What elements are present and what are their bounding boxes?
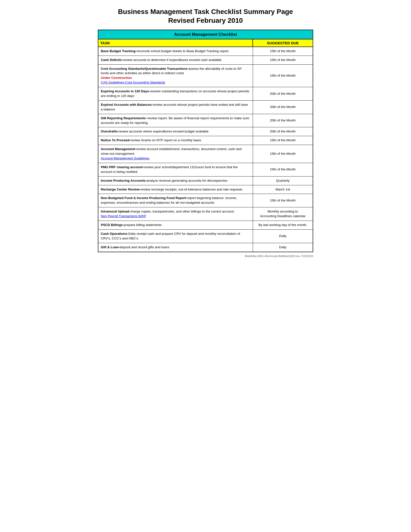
table-header-row: Account Management Checklist — [98, 30, 313, 39]
table-header-cell: Account Management Checklist — [98, 30, 313, 39]
due-cell-pscd-billings: By last working day of the month. — [253, 221, 313, 230]
task-bold-pscd-billings: PSCD Billings- — [101, 223, 124, 227]
task-bold-cash-operations: Cash Operations- — [101, 232, 128, 236]
task-cell-base-budget-tracking: Base Budget Tracking-reconcile school bu… — [98, 47, 253, 56]
table-row: Cash Deficits-review accounts to determi… — [98, 56, 313, 64]
task-cell-notice-to-proceed: Notice To Proceed-review Grants on NTP r… — [98, 136, 253, 145]
task-cell-expired-accounts: Expired Accounts with Balances-review ac… — [98, 100, 253, 114]
task-cell-gm-reporting: GM Reporting Requirements--review report… — [98, 114, 253, 127]
task-cell-recharge-center: Recharge Center Review-review recharge r… — [98, 185, 253, 194]
due-cell-notice-to-proceed: 15th of the Month — [253, 136, 313, 145]
task-cell-cost-accounting: Cost Accounting Standards/Questionable T… — [98, 64, 253, 87]
task-rest-pscd-billings: prepare billing statements — [124, 223, 162, 227]
under-construction-label: Under Construction — [101, 76, 132, 80]
table-row: Notice To Proceed-review Grants on NTP r… — [98, 136, 313, 145]
task-bold-intramural-upload: Intramural Upload- — [101, 210, 130, 213]
task-rest-intramural-upload: charge copies, transparencies, and other… — [130, 210, 235, 213]
due-cell-recharge-center: March 1st — [253, 185, 313, 194]
due-cell-cost-accounting: 15th of the Month — [253, 64, 313, 87]
due-cell-intramural-upload: Monthly according to Accounting Deadline… — [253, 207, 313, 221]
task-cell-income-producing: Income Producing Accounts-analyze revenu… — [98, 176, 253, 185]
task-rest-base-budget-tracking: reconcile school budget sheets to Base B… — [137, 49, 229, 53]
table-row: PSCD Billings-prepare billing statements… — [98, 221, 313, 230]
table-row: Base Budget Tracking-reconcile school bu… — [98, 47, 313, 56]
task-cell-cash-deficits: Cash Deficits-review accounts to determi… — [98, 56, 253, 64]
task-cell-intramural-upload: Intramural Upload-charge copies, transpa… — [98, 207, 253, 221]
table-row: Cash Operations-Daily receipt cash and p… — [98, 229, 313, 243]
title-line1: Business Management Task Checklist Summa… — [118, 8, 293, 15]
task-bold-overdrafts: Overdrafts- — [101, 130, 119, 133]
col-task-header: TASK — [98, 39, 253, 47]
task-link-intramural-upload[interactable]: Non Payroll Transactions B@P — [101, 214, 146, 218]
task-cell-pscd-billings: PSCD Billings-prepare billing statements — [98, 221, 253, 230]
due-cell-expired-accounts: 20th of the Month — [253, 100, 313, 114]
col-due-header: SUGGESTED DUE — [253, 39, 313, 47]
title-line2: Revised February 2010 — [168, 17, 243, 24]
table-row: Intramural Upload-charge copies, transpa… — [98, 207, 313, 221]
task-rest-notice-to-proceed: review Grants on NTP report on a monthly… — [131, 138, 201, 142]
task-rest-income-producing: analyze revenue generating accounts for … — [147, 179, 227, 182]
due-cell-base-budget-tracking: 15th of the Month — [253, 47, 313, 56]
page-title: Business Management Task Checklist Summa… — [98, 7, 313, 25]
table-row: Expired Accounts with Balances-review ac… — [98, 100, 313, 114]
due-cell-cash-deficits: 15th of the Month — [253, 56, 313, 64]
task-bold-gm-reporting: GM Reporting Requirements-- — [101, 116, 148, 120]
due-cell-income-producing: Quarterly — [253, 176, 313, 185]
main-table: Account Management Checklist TASK SUGGES… — [98, 30, 313, 252]
task-rest-overdrafts: review accounts where expenditures excee… — [119, 130, 209, 133]
table-row: Overdrafts-review accounts where expendi… — [98, 127, 313, 136]
task-bold-income-producing: Income Producing Accounts- — [101, 179, 147, 182]
task-bold-cost-accounting: Cost Accounting Standards/Questionable T… — [101, 67, 188, 71]
footer: 86d442be-5091-45c6-b1a6-0fe80eb1b503.xls… — [98, 255, 313, 258]
due-cell-gm-reporting: 20th of the Month — [253, 114, 313, 127]
table-row: Income Producing Accounts-analyze revenu… — [98, 176, 313, 185]
table-row: GM Reporting Requirements--review report… — [98, 114, 313, 127]
due-cell-account-management: 15th of the Month — [253, 145, 313, 163]
task-bold-account-management: Account Management- — [101, 147, 136, 151]
task-bold-base-budget-tracking: Base Budget Tracking- — [101, 49, 137, 53]
task-cell-non-budgeted-fund: Non-Budgeted Fund & Income Producing Fun… — [98, 194, 253, 207]
task-bold-cash-deficits: Cash Deficits- — [101, 58, 123, 62]
task-bold-recharge-center: Recharge Center Review- — [101, 188, 141, 191]
due-cell-non-budgeted-fund: 15th of the Month — [253, 194, 313, 207]
task-cell-expiring-accounts: Expiring Accounts in 120 Days-resolve ou… — [98, 87, 253, 101]
task-cell-gift-loan: Gift & Loan-deposit and record gifts and… — [98, 243, 253, 252]
table-row: Account Management-review account establ… — [98, 145, 313, 163]
task-rest-gift-loan: deposit and record gifts and loans — [120, 245, 169, 249]
task-rest-recharge-center: review recharge receipts, out-of-toleran… — [141, 188, 242, 191]
table-row: Gift & Loan-deposit and record gifts and… — [98, 243, 313, 252]
due-cell-cash-operations: Daily — [253, 229, 313, 243]
task-cell-pmu-prf: PMU PRF clearing account-review your sch… — [98, 163, 253, 176]
table-row: Cost Accounting Standards/Questionable T… — [98, 64, 313, 87]
task-bold-pmu-prf: PMU PRF clearing account- — [101, 165, 144, 169]
table-row: Non-Budgeted Fund & Income Producing Fun… — [98, 194, 313, 207]
due-cell-gift-loan: Daily — [253, 243, 313, 252]
task-bold-non-budgeted-fund: Non-Budgeted Fund & Income Producing Fun… — [101, 196, 187, 200]
col-header-row: TASK SUGGESTED DUE — [98, 39, 313, 47]
task-bold-expiring-accounts: Expiring Accounts in 120 Days- — [101, 89, 150, 93]
table-row: Recharge Center Review-review recharge r… — [98, 185, 313, 194]
due-cell-overdrafts: 20th of the Month — [253, 127, 313, 136]
task-bold-gift-loan: Gift & Loan- — [101, 245, 120, 249]
due-cell-expiring-accounts: 20th of the Month — [253, 87, 313, 101]
task-bold-expired-accounts: Expired Accounts with Balances- — [101, 103, 153, 106]
task-cell-account-management: Account Management-review account establ… — [98, 145, 253, 163]
task-rest-cash-deficits: review accounts to determine if expendit… — [123, 58, 222, 62]
table-row: PMU PRF clearing account-review your sch… — [98, 163, 313, 176]
task-bold-notice-to-proceed: Notice To Proceed- — [101, 138, 131, 142]
task-cell-cash-operations: Cash Operations-Daily receipt cash and p… — [98, 229, 253, 243]
task-cell-overdrafts: Overdrafts-review accounts where expendi… — [98, 127, 253, 136]
due-cell-pmu-prf: 15th of the Month — [253, 163, 313, 176]
task-link-cost-accounting[interactable]: CAS Guidelines-Cost Accounting Standards — [101, 81, 165, 84]
table-row: Expiring Accounts in 120 Days-resolve ou… — [98, 87, 313, 101]
task-link-account-management[interactable]: Account Management Guidelines — [101, 156, 149, 160]
